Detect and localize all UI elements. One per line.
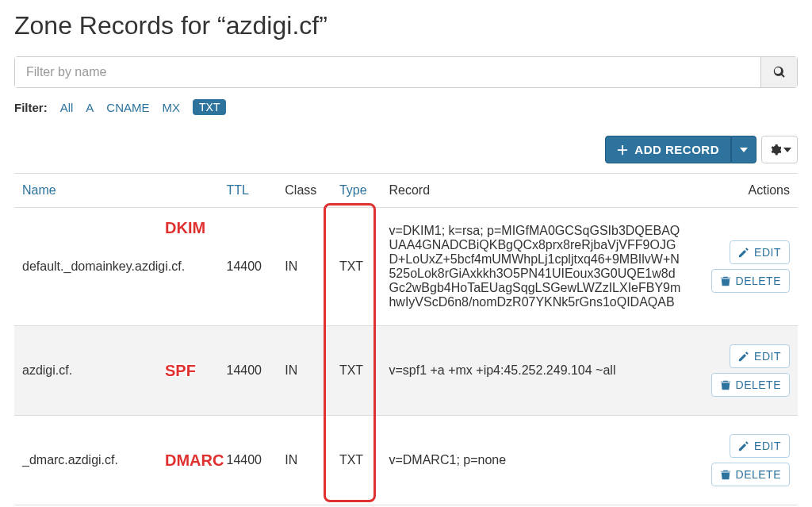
annotation-dkim: DKIM: [165, 219, 205, 237]
filter-row: Filter: All A CNAME MX TXT: [14, 99, 798, 115]
edit-label: EDIT: [754, 350, 781, 363]
filter-cname[interactable]: CNAME: [106, 101, 149, 114]
caret-down-icon: [740, 146, 748, 154]
filter-a[interactable]: A: [86, 101, 94, 114]
record-type: TXT: [331, 416, 381, 505]
trash-icon: [720, 275, 731, 286]
record-ttl: 14400: [219, 326, 278, 416]
search-icon: [773, 66, 786, 79]
add-record-label: ADD RECORD: [634, 143, 719, 156]
delete-button[interactable]: DELETE: [711, 463, 790, 486]
pencil-icon: [738, 440, 749, 451]
record-class: IN: [277, 416, 331, 505]
record-name: azdigi.cf.: [22, 363, 72, 377]
add-record-dropdown[interactable]: [731, 136, 756, 163]
edit-button[interactable]: EDIT: [730, 344, 790, 368]
plus-icon: [617, 144, 628, 156]
toolbar: ADD RECORD: [14, 136, 798, 163]
annotation-spf: SPF: [165, 362, 196, 380]
record-class: IN: [277, 326, 331, 416]
record-value: v=DMARC1; p=none: [381, 416, 689, 505]
edit-button[interactable]: EDIT: [730, 434, 790, 458]
gear-icon: [768, 144, 781, 156]
table-row: _dmarc.azdigi.cf. DMARC 14400 IN TXT v=D…: [14, 416, 798, 505]
pencil-icon: [738, 351, 749, 362]
search-button[interactable]: [760, 57, 797, 87]
caret-down-icon: [783, 146, 791, 154]
filter-name-input[interactable]: [15, 57, 760, 87]
page-title: Zone Records for “azdigi.cf”: [14, 11, 798, 40]
record-class: IN: [277, 208, 331, 326]
delete-label: DELETE: [736, 378, 781, 391]
records-table: Name TTL Class Type Record Actions defau…: [14, 173, 798, 505]
filter-mx[interactable]: MX: [163, 101, 181, 114]
record-ttl: 14400: [219, 208, 278, 326]
filter-label: Filter:: [14, 101, 48, 114]
record-type: TXT: [331, 208, 381, 326]
col-record: Record: [381, 174, 689, 208]
table-row: azdigi.cf. SPF 14400 IN TXT v=spf1 +a +m…: [14, 326, 798, 416]
delete-button[interactable]: DELETE: [711, 269, 790, 293]
record-name: default._domainkey.azdigi.cf.: [22, 259, 185, 273]
record-ttl: 14400: [219, 416, 278, 505]
delete-label: DELETE: [736, 468, 781, 481]
delete-label: DELETE: [736, 275, 781, 287]
add-record-button[interactable]: ADD RECORD: [605, 136, 731, 163]
filter-txt[interactable]: TXT: [193, 99, 226, 115]
col-name[interactable]: Name: [14, 174, 219, 208]
filter-search: [14, 56, 798, 88]
col-type[interactable]: Type: [331, 174, 381, 208]
col-actions: Actions: [689, 174, 798, 208]
record-value: v=spf1 +a +mx +ip4:45.252.249.104 ~all: [381, 326, 689, 416]
edit-label: EDIT: [754, 246, 781, 259]
table-row: default._domainkey.azdigi.cf. DKIM 14400…: [14, 208, 798, 326]
edit-button[interactable]: EDIT: [730, 240, 790, 264]
filter-all[interactable]: All: [60, 101, 74, 114]
record-type: TXT: [331, 326, 381, 416]
add-record-group: ADD RECORD: [605, 136, 756, 163]
record-value: v=DKIM1; k=rsa; p=MIGfMA0GCSqGSIb3DQEBAQ…: [381, 208, 689, 326]
trash-icon: [720, 469, 731, 480]
records-table-wrap: Name TTL Class Type Record Actions defau…: [14, 173, 798, 505]
annotation-dmarc: DMARC: [165, 451, 224, 470]
trash-icon: [720, 379, 731, 390]
col-ttl[interactable]: TTL: [219, 174, 278, 208]
delete-button[interactable]: DELETE: [711, 373, 790, 397]
table-settings-button[interactable]: [761, 136, 798, 163]
col-class: Class: [277, 174, 331, 208]
pencil-icon: [738, 247, 749, 258]
record-name: _dmarc.azdigi.cf.: [22, 453, 118, 467]
edit-label: EDIT: [754, 440, 781, 452]
